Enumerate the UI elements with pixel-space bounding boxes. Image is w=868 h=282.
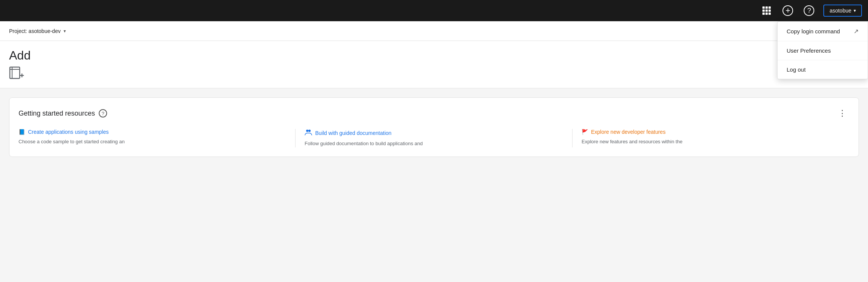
resource-item-features: 🚩 Explore new developer features Explore… xyxy=(572,129,849,147)
user-preferences-label: User Preferences xyxy=(787,47,831,54)
svg-point-6 xyxy=(308,130,311,132)
resource-icon-people xyxy=(305,129,312,137)
resource-icon-book: 📘 xyxy=(19,129,25,135)
resource-link-label-features: Explore new developer features xyxy=(591,129,666,135)
page-header-area: Add Details on xyxy=(0,41,868,88)
user-preferences-item[interactable]: User Preferences xyxy=(778,41,868,60)
resource-desc-samples: Choose a code sample to get started crea… xyxy=(19,138,286,146)
resource-item-docs: Build with guided documentation Follow g… xyxy=(296,129,572,147)
help-circle-icon[interactable]: ? xyxy=(99,109,107,118)
log-out-label: Log out xyxy=(787,66,806,73)
page-title: Add xyxy=(9,49,31,63)
resource-desc-features: Explore new features and resources withi… xyxy=(582,138,849,146)
question-mark-icon: ? xyxy=(804,5,814,16)
user-name-label: asotobue xyxy=(829,8,851,14)
help-icon[interactable]: ? xyxy=(802,4,816,17)
main-content: Getting started resources ? ⋮ 📘 Create a… xyxy=(0,88,868,166)
resource-link-samples[interactable]: 📘 Create applications using samples xyxy=(19,129,286,135)
svg-point-5 xyxy=(306,130,308,132)
resource-item-samples: 📘 Create applications using samples Choo… xyxy=(19,129,296,147)
copy-login-command-item[interactable]: Copy login command ↗ xyxy=(778,22,868,41)
getting-started-card: Getting started resources ? ⋮ 📘 Create a… xyxy=(9,97,859,157)
project-chevron-icon: ▾ xyxy=(64,28,66,34)
card-title-row: Getting started resources ? xyxy=(19,109,107,118)
copy-login-command-label: Copy login command xyxy=(787,28,840,34)
resource-link-docs[interactable]: Build with guided documentation xyxy=(305,129,563,137)
log-out-item[interactable]: Log out xyxy=(778,60,868,79)
user-dropdown-menu: Copy login command ↗ User Preferences Lo… xyxy=(777,21,868,79)
resources-grid: 📘 Create applications using samples Choo… xyxy=(19,129,849,147)
project-label: Project: asotobue-dev xyxy=(9,28,61,34)
user-menu-button[interactable]: asotobue ▾ xyxy=(823,5,862,17)
resource-icon-flag: 🚩 xyxy=(582,129,588,135)
topbar: + ? asotobue ▾ Copy login command ↗ User… xyxy=(0,0,868,21)
project-selector[interactable]: Project: asotobue-dev ▾ xyxy=(9,28,66,34)
chevron-down-icon: ▾ xyxy=(854,8,856,13)
getting-started-title: Getting started resources xyxy=(19,110,95,118)
add-icon[interactable]: + xyxy=(781,4,795,17)
page-header-left: Add xyxy=(9,49,31,82)
svg-rect-0 xyxy=(10,67,20,78)
resource-link-label-docs: Build with guided documentation xyxy=(315,130,392,136)
subheader: Project: asotobue-dev ▾ xyxy=(0,21,868,41)
add-resource-icon[interactable] xyxy=(9,66,31,82)
external-link-icon: ↗ xyxy=(854,28,859,35)
grid-icon[interactable] xyxy=(760,4,773,17)
resource-desc-docs: Follow guided documentation to build app… xyxy=(305,140,563,147)
resource-link-label-samples: Create applications using samples xyxy=(28,129,109,135)
card-header: Getting started resources ? ⋮ xyxy=(19,107,849,120)
topbar-icons: + ? asotobue ▾ xyxy=(760,4,862,17)
plus-circle-icon: + xyxy=(782,5,793,16)
resource-link-features[interactable]: 🚩 Explore new developer features xyxy=(582,129,849,135)
more-options-icon[interactable]: ⋮ xyxy=(835,107,849,120)
